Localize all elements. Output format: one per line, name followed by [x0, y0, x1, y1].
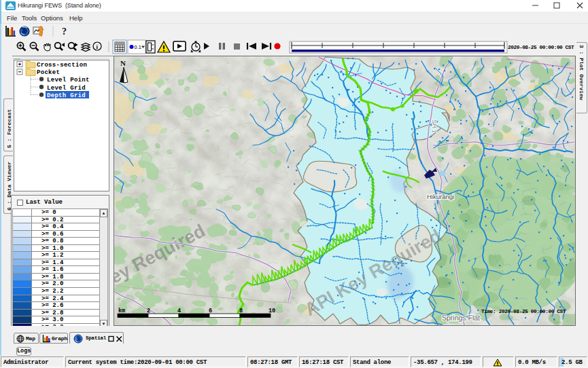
- svg-text:km: km: [118, 308, 125, 314]
- svg-text:Level Point: Level Point: [47, 77, 90, 84]
- svg-text:6: 6: [209, 308, 212, 314]
- svg-text:Pocket: Pocket: [37, 69, 60, 76]
- svg-text:N: N: [120, 59, 126, 67]
- svg-text:2: 2: [147, 308, 150, 314]
- svg-text:i: i: [97, 43, 99, 50]
- svg-text:Depth Grid: Depth Grid: [47, 92, 86, 99]
- svg-text:Springs Flat: Springs Flat: [442, 314, 480, 322]
- svg-text:?: ?: [62, 26, 67, 37]
- svg-text:8: 8: [239, 308, 243, 314]
- svg-text:Time: 2020-08-25 00:00:00 CST: Time: 2020-08-25 00:00:00 CST: [481, 309, 566, 314]
- svg-text:4: 4: [177, 308, 181, 314]
- svg-text:Cross-section: Cross-section: [37, 62, 87, 69]
- svg-text:Hikurangi: Hikurangi: [427, 193, 454, 200]
- svg-text:2020-08-25 00:00:00 CST: 2020-08-25 00:00:00 CST: [508, 45, 574, 50]
- svg-text:10: 10: [269, 308, 275, 314]
- svg-text:0.1: 0.1: [135, 44, 141, 50]
- svg-text:Level Grid: Level Grid: [47, 85, 86, 92]
- svg-text:SH 1: SH 1: [431, 119, 438, 133]
